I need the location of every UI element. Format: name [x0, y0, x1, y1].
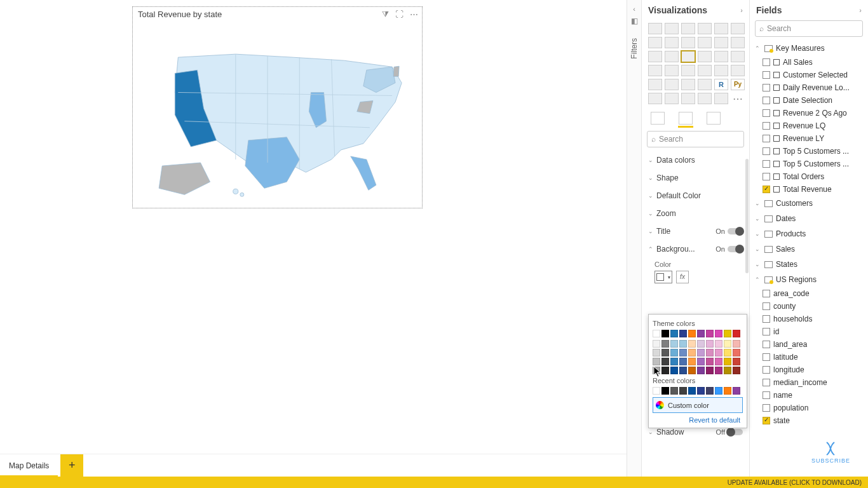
- field-item[interactable]: latitude: [763, 351, 868, 363]
- color-swatch[interactable]: [670, 358, 678, 365]
- color-swatch[interactable]: [733, 340, 740, 348]
- color-swatch[interactable]: [706, 340, 714, 348]
- field-item[interactable]: state: [763, 414, 868, 427]
- report-canvas[interactable]: Total Revenue by state ⧩ ⛶ ⋯: [0, 0, 627, 488]
- viz-type-icon[interactable]: R: [714, 79, 728, 90]
- color-swatch[interactable]: [724, 349, 731, 356]
- viz-type-icon[interactable]: [731, 65, 745, 76]
- viz-type-icon[interactable]: [714, 23, 728, 34]
- title-toggle[interactable]: On: [715, 227, 743, 235]
- viz-type-icon[interactable]: [714, 37, 728, 48]
- color-swatch[interactable]: [679, 340, 687, 348]
- section-zoom[interactable]: ⌄Zoom: [642, 205, 749, 222]
- color-swatch[interactable]: [670, 387, 678, 395]
- viz-type-icon[interactable]: [665, 51, 679, 62]
- field-item[interactable]: Total Orders: [763, 170, 868, 183]
- field-group[interactable]: ⌄States: [750, 257, 868, 272]
- color-swatch[interactable]: [697, 330, 705, 337]
- color-swatch[interactable]: [697, 367, 705, 374]
- field-item[interactable]: land_area: [763, 338, 868, 351]
- section-shape[interactable]: ⌄Shape: [642, 169, 749, 187]
- checkbox[interactable]: [763, 366, 770, 374]
- viz-type-icon[interactable]: [681, 37, 695, 48]
- checkbox[interactable]: [763, 135, 770, 142]
- color-swatch[interactable]: [679, 387, 687, 395]
- color-swatch[interactable]: [706, 358, 714, 365]
- viz-type-icon[interactable]: [665, 23, 679, 34]
- color-swatch[interactable]: [724, 387, 731, 395]
- viz-type-icon[interactable]: Py: [731, 79, 745, 90]
- viz-type-icon[interactable]: [681, 79, 695, 90]
- checkbox[interactable]: [763, 417, 770, 424]
- color-swatch[interactable]: [697, 340, 705, 348]
- checkbox[interactable]: [763, 97, 770, 104]
- fields-search[interactable]: ⌕ Search: [755, 20, 863, 37]
- color-swatch[interactable]: [733, 349, 740, 356]
- chevron-left-icon[interactable]: ‹: [627, 0, 641, 13]
- color-swatch[interactable]: [679, 349, 687, 356]
- color-swatch[interactable]: [661, 330, 669, 337]
- color-swatch[interactable]: [706, 330, 714, 337]
- field-item[interactable]: population: [763, 402, 868, 414]
- color-swatch[interactable]: [688, 349, 696, 356]
- color-swatch[interactable]: [653, 349, 660, 356]
- field-item[interactable]: Revenue 2 Qs Ago: [763, 107, 868, 119]
- color-swatch[interactable]: [733, 387, 740, 395]
- checkbox[interactable]: [763, 353, 770, 361]
- section-background[interactable]: ⌃Backgrou... On: [642, 240, 749, 258]
- checkbox[interactable]: [763, 160, 770, 168]
- checkbox[interactable]: [763, 122, 770, 130]
- color-swatch[interactable]: [715, 330, 722, 337]
- color-swatch-button[interactable]: ▾: [654, 271, 672, 283]
- color-swatch[interactable]: [661, 387, 669, 395]
- color-swatch[interactable]: [688, 340, 696, 348]
- color-swatch[interactable]: [661, 349, 669, 356]
- section-default-color[interactable]: ⌄Default Color: [642, 187, 749, 205]
- color-swatch[interactable]: [724, 330, 731, 337]
- viz-type-icon[interactable]: [698, 93, 712, 104]
- viz-type-icon[interactable]: [681, 93, 695, 104]
- field-item[interactable]: Date Selection: [763, 94, 868, 107]
- viz-type-icon[interactable]: [665, 93, 679, 104]
- field-group[interactable]: ⌃US Regions: [750, 272, 868, 287]
- fields-tab-icon[interactable]: [651, 112, 665, 125]
- checkbox[interactable]: [763, 379, 770, 386]
- field-item[interactable]: households: [763, 313, 868, 325]
- field-group[interactable]: ⌄Sales: [750, 241, 868, 257]
- checkbox[interactable]: [763, 391, 770, 399]
- format-tab-icon[interactable]: [679, 112, 693, 125]
- field-item[interactable]: id: [763, 325, 868, 338]
- viz-type-icon[interactable]: [681, 23, 695, 34]
- analytics-tab-icon[interactable]: [707, 112, 721, 125]
- color-swatch[interactable]: [715, 349, 722, 356]
- add-page-button[interactable]: +: [60, 454, 83, 477]
- field-item[interactable]: Top 5 Customers ...: [763, 145, 868, 158]
- checkbox[interactable]: [763, 186, 770, 193]
- checkbox[interactable]: [763, 173, 770, 180]
- color-swatch[interactable]: [715, 340, 722, 348]
- color-swatch[interactable]: [653, 358, 660, 365]
- color-swatch[interactable]: [697, 349, 705, 356]
- color-swatch[interactable]: [688, 330, 696, 337]
- checkbox[interactable]: [763, 302, 770, 310]
- color-swatch[interactable]: [670, 349, 678, 356]
- checkbox[interactable]: [763, 58, 770, 66]
- color-swatch[interactable]: [733, 330, 740, 337]
- color-swatch[interactable]: [724, 358, 731, 365]
- status-bar[interactable]: UPDATE AVAILABLE (CLICK TO DOWNLOAD): [0, 477, 868, 488]
- viz-type-icon[interactable]: [665, 65, 679, 76]
- viz-type-icon[interactable]: [714, 65, 728, 76]
- checkbox[interactable]: [763, 71, 770, 79]
- color-swatch[interactable]: [715, 367, 722, 374]
- chevron-right-icon[interactable]: ›: [740, 6, 743, 14]
- color-swatch[interactable]: [724, 367, 731, 374]
- viz-type-icon[interactable]: [698, 51, 712, 62]
- more-icon[interactable]: ⋯: [410, 10, 418, 20]
- map-visual[interactable]: Total Revenue by state ⧩ ⛶ ⋯: [132, 6, 423, 208]
- viz-type-icon[interactable]: ⋯: [731, 93, 745, 104]
- viz-type-icon[interactable]: [681, 51, 695, 62]
- color-swatch[interactable]: [653, 367, 660, 374]
- scrollbar[interactable]: [745, 159, 749, 273]
- viz-type-icon[interactable]: [698, 37, 712, 48]
- field-item[interactable]: Customer Selected: [763, 69, 868, 81]
